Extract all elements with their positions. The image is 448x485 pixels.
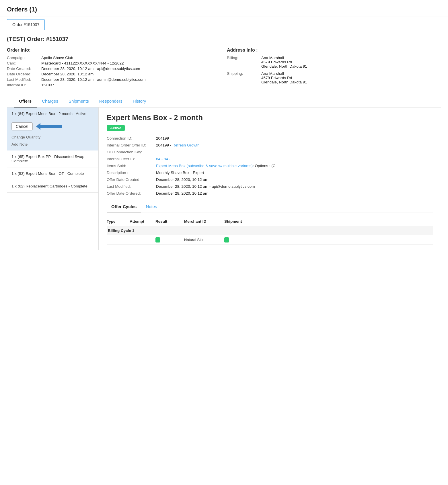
order-section: (TEST) Order: #151037 Order Info: Campai… — [0, 30, 448, 256]
sidebar-item-title-4: 1 x (62) Replacement Cartridges - Comple… — [11, 184, 94, 188]
internal-id-value: 151037 — [41, 83, 54, 87]
items-sold-value: Expert Mens Box (subscribe & save w/ mul… — [156, 163, 433, 169]
last-modified-label: Last Modified: — [7, 77, 41, 82]
date-created-label: Date Created: — [7, 67, 41, 71]
result-badge — [155, 237, 160, 242]
sidebar-item-title-2: 1 x (65) Expert Box PP - Discounted Swap… — [11, 155, 94, 163]
campaign-label: Campaign: — [7, 56, 41, 60]
order-info-block: Order Info: Campaign: Apollo Shave Club … — [7, 48, 221, 88]
internal-id-label: Internal ID: — [7, 83, 41, 87]
detail-fields: Connection ID: 204199 Internal Order Off… — [107, 136, 433, 196]
sidebar-item-1[interactable]: 1 x (84) Expert Mens Box - 2 month - Act… — [7, 107, 98, 120]
status-badge: Active — [107, 125, 125, 131]
offer-date-ordered-label: Offer Date Ordered: — [107, 191, 153, 196]
sub-tab-notes[interactable]: Notes — [141, 201, 161, 212]
order-tab-bar: Order #151037 — [0, 19, 448, 30]
cell-result — [155, 238, 184, 242]
description-value: Monthly Shave Box - Expert — [156, 170, 433, 175]
internal-offer-id-label: Internal Offer ID: — [107, 156, 153, 162]
add-note-link[interactable]: Add Note — [11, 140, 94, 147]
info-grid: Order Info: Campaign: Apollo Shave Club … — [7, 48, 441, 88]
campaign-row: Campaign: Apollo Shave Club — [7, 56, 221, 60]
billing-label: Billing: — [227, 56, 261, 69]
campaign-value: Apollo Shave Club — [41, 56, 73, 60]
date-created-value: December 28, 2020, 10:12 am - api@demo.s… — [41, 67, 140, 71]
page-header: Orders (1) — [0, 0, 448, 17]
order-tab[interactable]: Order #151037 — [7, 19, 45, 30]
cancel-button[interactable]: Cancel — [11, 122, 33, 130]
items-sold-link[interactable]: Expert Mens Box (subscribe & save w/ mul… — [156, 164, 253, 168]
sidebar: 1 x (84) Expert Mens Box - 2 month - Act… — [7, 107, 99, 250]
date-ordered-value: December 28, 2020, 10:12 am — [41, 72, 94, 76]
connection-id-value: 204199 — [156, 136, 433, 141]
change-quantity-link[interactable]: Change Quantity — [11, 133, 94, 140]
internal-offer-id-value[interactable]: 84 - 84 - — [156, 156, 433, 162]
nav-tabs: Offers Charges Shipments Responders Hist… — [7, 95, 441, 107]
detail-last-modified-value: December 28, 2020, 10:12 am - api@demo.s… — [156, 184, 433, 189]
internal-order-offer-id-label: Internal Order Offer ID: — [107, 142, 153, 148]
col-type: Type — [107, 219, 130, 224]
table-header: Type Attempt Result Merchant ID Shipment — [107, 217, 433, 226]
detail-last-modified-label: Last Modified: — [107, 184, 153, 189]
shipping-address: Ana Marshall 4579 Edwards Rd Glendale, N… — [261, 71, 307, 84]
tab-offers[interactable]: Offers — [14, 95, 37, 107]
col-merchant-id: Merchant ID — [184, 219, 224, 224]
refresh-growth-link[interactable]: Refresh Growth — [172, 143, 200, 147]
internal-id-row: Internal ID: 151037 — [7, 83, 221, 87]
order-info-heading: Order Info: — [7, 48, 221, 53]
page-title: Orders (1) — [7, 6, 441, 13]
tab-shipments[interactable]: Shipments — [63, 95, 94, 107]
detail-panel: Expert Mens Box - 2 month Active Connect… — [99, 107, 441, 250]
tab-charges[interactable]: Charges — [37, 95, 63, 107]
shipping-row: Shipping: Ana Marshall 4579 Edwards Rd G… — [227, 71, 441, 84]
svg-marker-0 — [36, 123, 62, 130]
sub-tab-offer-cycles[interactable]: Offer Cycles — [107, 201, 141, 212]
sidebar-item-3[interactable]: 1 x (53) Expert Mens Box - OT - Complete — [7, 167, 98, 180]
description-label: Description : — [107, 170, 153, 175]
sidebar-item-4[interactable]: 1 x (62) Replacement Cartridges - Comple… — [7, 180, 98, 193]
table-section-header: Billing Cycle 1 — [107, 226, 433, 235]
oo-connection-key-value — [156, 149, 433, 155]
card-row: Card: Mastercard - 411122XXXXXXXX4444 - … — [7, 61, 221, 65]
shipment-badge — [224, 237, 229, 242]
tab-history[interactable]: History — [128, 95, 151, 107]
internal-order-offer-id-value: 204199 - Refresh Growth — [156, 142, 433, 148]
offer-date-created-label: Offer Date Created: — [107, 177, 153, 182]
oo-connection-key-label: OO Connection Key: — [107, 149, 153, 155]
col-result: Result — [155, 219, 184, 224]
last-modified-row: Last Modified: December 28, 2020, 10:12 … — [7, 77, 221, 82]
sub-tabs: Offer Cycles Notes — [107, 201, 433, 212]
items-sold-label: Items Sold: — [107, 163, 153, 169]
address-info-block: Address Info : Billing: Ana Marshall 457… — [227, 48, 441, 88]
sidebar-actions: Cancel Change Quantity Add Note — [7, 120, 98, 150]
order-title: (TEST) Order: #151037 — [7, 36, 441, 42]
arrow-icon — [36, 122, 62, 130]
billing-address: Ana Marshall 4579 Edwards Rd Glendale, N… — [261, 56, 307, 69]
shipping-label: Shipping: — [227, 71, 261, 84]
date-ordered-row: Date Ordered: December 28, 2020, 10:12 a… — [7, 72, 221, 76]
sidebar-item-2[interactable]: 1 x (65) Expert Box PP - Discounted Swap… — [7, 150, 98, 167]
address-info-heading: Address Info : — [227, 48, 441, 53]
tab-responders[interactable]: Responders — [94, 95, 128, 107]
main-content: 1 x (84) Expert Mens Box - 2 month - Act… — [7, 107, 441, 250]
col-attempt: Attempt — [130, 219, 155, 224]
offer-title: Expert Mens Box - 2 month — [107, 113, 433, 122]
col-shipment: Shipment — [224, 219, 433, 224]
card-label: Card: — [7, 61, 41, 65]
billing-row: Billing: Ana Marshall 4579 Edwards Rd Gl… — [227, 56, 441, 69]
date-created-row: Date Created: December 28, 2020, 10:12 a… — [7, 67, 221, 71]
table-row: Natural Skin — [107, 235, 433, 245]
sidebar-item-title-1: 1 x (84) Expert Mens Box - 2 month - Act… — [11, 112, 94, 116]
sidebar-item-title-3: 1 x (53) Expert Mens Box - OT - Complete — [11, 171, 94, 176]
date-ordered-label: Date Ordered: — [7, 72, 41, 76]
last-modified-value: December 28, 2020, 10:12 am - admin@demo… — [41, 77, 145, 82]
card-value: Mastercard - 411122XXXXXXXX4444 - 12/202… — [41, 61, 124, 65]
cell-shipment — [224, 238, 433, 242]
cell-merchant-id: Natural Skin — [184, 238, 224, 242]
offer-date-ordered-value: December 28, 2020, 10:12 am — [156, 191, 433, 196]
connection-id-label: Connection ID: — [107, 136, 153, 141]
offer-date-created-value: December 28, 2020, 10:12 am - — [156, 177, 433, 182]
